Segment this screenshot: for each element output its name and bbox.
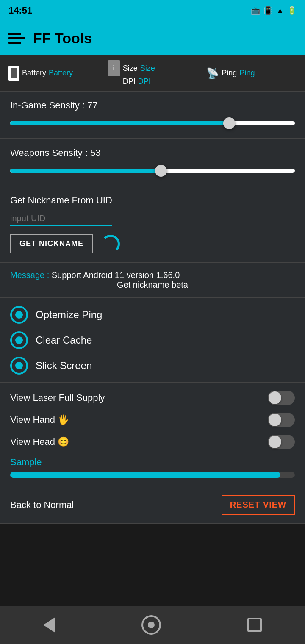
view-head-toggle[interactable] — [268, 435, 295, 449]
uid-actions: GET NICKNAME — [10, 234, 295, 253]
nav-recent-button[interactable] — [247, 618, 262, 632]
battery-blue-label: Battery — [49, 69, 73, 78]
footer-card: Back to Normal RESET VIEW — [0, 486, 305, 524]
weapons-sens-slider[interactable] — [10, 164, 295, 177]
dpi-blue-label: DPI — [138, 77, 151, 86]
weapons-sens-card: Weapons Sensity : 53 — [0, 139, 305, 186]
status-bar: 14:51 📺 📳 ▲ 🔋 — [0, 0, 305, 21]
reset-view-button[interactable]: RESET VIEW — [222, 495, 295, 515]
message-content: Support Android 11 version 1.66.0 — [52, 270, 180, 280]
ingame-sens-card: In-Game Sensity : 77 — [0, 92, 305, 139]
message-prefix: Message : — [10, 270, 52, 280]
uid-input[interactable] — [10, 212, 112, 226]
recent-apps-icon — [247, 618, 262, 632]
battery-icon: 🔋 — [287, 6, 297, 15]
uid-title: Get Nickname From UID — [10, 195, 295, 206]
ingame-sens-slider[interactable] — [10, 117, 295, 130]
radio-optimize-ping[interactable]: Optemize Ping — [10, 306, 295, 324]
radio-circle-cache — [10, 331, 28, 349]
dpi-dark-label: DPI — [123, 77, 136, 86]
radio-circle-slick — [10, 357, 28, 375]
app-title: FF Tools — [33, 30, 92, 47]
view-laser-toggle[interactable] — [268, 391, 295, 405]
view-head-label: View Head 😊 — [10, 436, 69, 447]
radio-circle-optimize — [10, 306, 28, 324]
menu-icon[interactable] — [8, 33, 25, 44]
back-normal-label: Back to Normal — [10, 500, 74, 511]
sample-link[interactable]: Sample — [10, 457, 295, 468]
loading-spinner — [101, 235, 120, 253]
radio-dot-cache — [15, 336, 23, 344]
battery-dark-label: Battery — [22, 69, 46, 78]
view-laser-row: View Laser Full Supply — [10, 391, 295, 405]
ingame-sens-label: In-Game Sensity : 77 — [10, 100, 295, 111]
ping-blue-label: Ping — [239, 69, 255, 78]
message-line1: Message : Support Android 11 version 1.6… — [10, 270, 295, 280]
progress-fill — [10, 472, 280, 478]
quick-settings-row: Battery Battery i Size Size DPI DPI 📡 Pi… — [0, 55, 305, 92]
radio-label-optimize: Optemize Ping — [36, 309, 102, 321]
get-nickname-button[interactable]: GET NICKNAME — [10, 234, 93, 253]
radio-clear-cache[interactable]: Clear Cache — [10, 331, 295, 349]
ping-item[interactable]: 📡 Ping Ping — [206, 67, 297, 79]
status-time: 14:51 — [8, 5, 32, 16]
nav-back-button[interactable] — [43, 617, 55, 633]
view-toggles-card: View Laser Full Supply View Hand 🖐 View … — [0, 383, 305, 486]
message-line2: Get nickname beta — [10, 280, 295, 290]
status-icons: 📺 📳 ▲ 🔋 — [251, 6, 297, 15]
home-circle-icon — [141, 615, 161, 635]
nav-bar — [0, 606, 305, 644]
radio-label-cache: Clear Cache — [36, 334, 92, 346]
radio-options-card: Optemize Ping Clear Cache Slick Screen — [0, 298, 305, 383]
radio-label-slick: Slick Screen — [36, 360, 92, 372]
progress-track — [10, 472, 295, 478]
home-dot — [148, 622, 155, 628]
wifi-icon: ▲ — [276, 6, 284, 15]
ping-wifi-icon: 📡 — [206, 67, 219, 79]
view-hand-knob — [269, 414, 281, 426]
nav-home-button[interactable] — [141, 615, 161, 635]
view-head-knob — [269, 436, 281, 448]
radio-dot-slick — [15, 362, 23, 369]
ping-dark-label: Ping — [222, 69, 237, 78]
size-dark-label: Size — [123, 64, 138, 73]
radio-slick-screen[interactable]: Slick Screen — [10, 357, 295, 375]
view-hand-label: View Hand 🖐 — [10, 414, 69, 425]
view-laser-knob — [269, 391, 281, 404]
radio-dot-optimize — [15, 311, 23, 319]
size-dpi-item[interactable]: i Size Size DPI DPI — [108, 60, 198, 86]
weapons-sens-label: Weapons Sensity : 53 — [10, 147, 295, 158]
view-head-row: View Head 😊 — [10, 435, 295, 449]
battery-item[interactable]: Battery Battery — [8, 66, 99, 81]
uid-card: Get Nickname From UID GET NICKNAME — [0, 186, 305, 263]
app-bar: FF Tools — [0, 21, 305, 55]
cast-icon: 📺 — [251, 6, 260, 15]
view-laser-label: View Laser Full Supply — [10, 392, 105, 403]
back-arrow-icon — [43, 617, 55, 633]
view-hand-row: View Hand 🖐 — [10, 413, 295, 427]
size-blue-label: Size — [140, 64, 155, 73]
view-hand-toggle[interactable] — [268, 413, 295, 427]
message-section: Message : Support Android 11 version 1.6… — [0, 263, 305, 298]
vibrate-icon: 📳 — [263, 6, 273, 15]
